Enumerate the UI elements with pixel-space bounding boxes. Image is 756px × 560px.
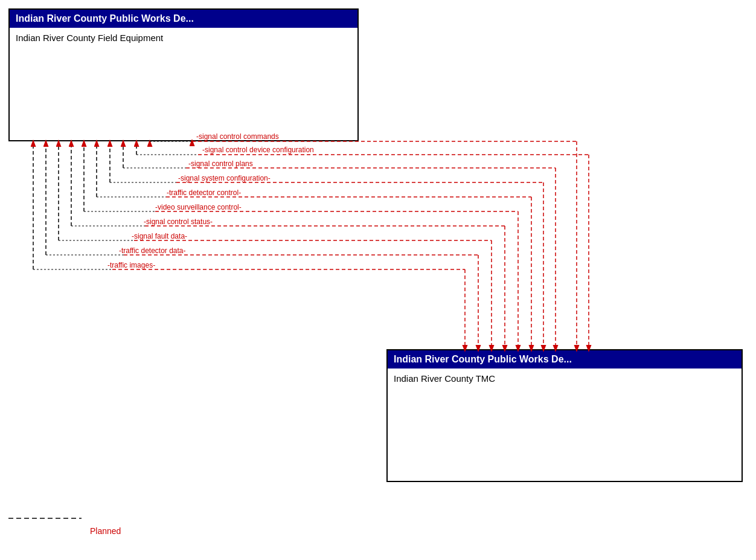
field-equipment-body: Indian River County Field Equipment bbox=[10, 28, 357, 48]
tmc-node: Indian River County Public Works De... I… bbox=[386, 349, 743, 482]
svg-text:-signal control plans: -signal control plans bbox=[188, 159, 253, 168]
svg-text:-signal system configuration-: -signal system configuration- bbox=[178, 174, 271, 182]
legend-planned-line: Planned bbox=[8, 526, 121, 536]
svg-text:-video surveillance control-: -video surveillance control- bbox=[155, 203, 242, 211]
svg-text:-traffic images-: -traffic images- bbox=[107, 261, 155, 269]
legend-planned-label: Planned bbox=[90, 526, 121, 536]
svg-text:-traffic detector control-: -traffic detector control- bbox=[167, 188, 241, 197]
tmc-body: Indian River County TMC bbox=[388, 369, 742, 388]
legend: Planned bbox=[8, 526, 121, 536]
svg-text:-signal control device configu: -signal control device configuration bbox=[202, 146, 314, 154]
svg-text:-signal fault data-: -signal fault data- bbox=[132, 232, 187, 240]
tmc-header: Indian River County Public Works De... bbox=[388, 350, 742, 369]
svg-text:-signal control status-: -signal control status- bbox=[144, 217, 213, 226]
field-equipment-node: Indian River County Public Works De... I… bbox=[8, 8, 359, 141]
field-equipment-header: Indian River County Public Works De... bbox=[10, 10, 357, 28]
svg-text:-traffic detector data-: -traffic detector data- bbox=[119, 246, 186, 255]
